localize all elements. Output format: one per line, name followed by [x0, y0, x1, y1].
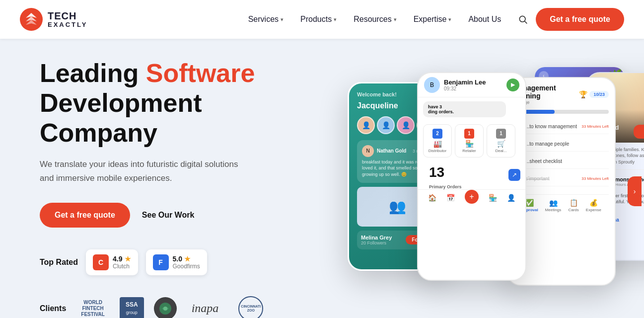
order-card: 2 🏭 Distributor: [423, 124, 452, 158]
navbar: TECH EXACTLY Services ▾ Products ▾ Resou…: [0, 0, 644, 39]
clutch-badge: C 4.9 ★ Clutch: [86, 249, 138, 275]
scroll-indicator[interactable]: ›: [628, 176, 642, 206]
top-rated-section: Top Rated C 4.9 ★ Clutch F: [40, 249, 308, 275]
task-item: ...to know management 33 Minutes Left: [513, 120, 609, 134]
task-item: ...to manage people: [513, 137, 609, 152]
arrow-right-icon[interactable]: ↗: [508, 169, 520, 181]
star-icon: ★: [184, 255, 191, 263]
star-icon: ★: [125, 255, 131, 263]
client-inapa: inapa: [187, 298, 224, 318]
client-zoo: CINCINNATIZOO: [233, 293, 268, 318]
upgrade-button[interactable]: Upgrade at $09.99: [634, 125, 644, 139]
add-button[interactable]: +: [465, 190, 479, 204]
goodfirms-name: Goodfirms: [173, 263, 200, 270]
chevron-down-icon: ▾: [448, 16, 451, 23]
logo-line2: EXACTLY: [48, 21, 87, 28]
clients-section: Clients WORLDFINTECHFESTIVAL SSAgroup in…: [40, 293, 308, 318]
logo-svg: [20, 8, 43, 31]
logo-text: TECH EXACTLY: [48, 10, 87, 28]
phone-orders: B Benjamin Lee 09:32 ▶ have 3ding orders…: [417, 72, 526, 281]
hero-cta-button[interactable]: Get a free quote: [40, 203, 130, 228]
clutch-score: 4.9: [113, 255, 122, 263]
see-work-button[interactable]: See Our Work: [142, 211, 195, 220]
logo-line1: TECH: [48, 10, 87, 21]
clutch-name: Clutch: [113, 263, 131, 270]
svg-point-4: [163, 307, 167, 311]
nav-links: Services ▾ Products ▾ Resources ▾ Expert…: [241, 11, 508, 28]
svg-line-2: [525, 21, 527, 24]
task-item: ...sheet checklist: [513, 155, 609, 169]
goodfirms-badge: F 5.0 ★ Goodfirms: [146, 249, 207, 275]
svg-point-1: [520, 16, 526, 22]
play-icon: ▶: [506, 79, 519, 91]
hero-section: Leading Software Development Company We …: [0, 39, 644, 318]
nav-resources[interactable]: Resources ▾: [347, 11, 403, 28]
chevron-right-icon: ›: [634, 187, 636, 195]
client-ssa: SSAgroup: [120, 297, 144, 318]
task-item: ✓ s'important 33 Minutes Left: [513, 172, 609, 186]
top-rated-label: Top Rated: [40, 258, 78, 267]
nav-services[interactable]: Services ▾: [241, 11, 290, 28]
order-card: 1 🛒 Deal...: [487, 124, 515, 158]
search-icon[interactable]: [518, 14, 528, 24]
clients-label: Clients: [40, 304, 66, 313]
nav-cta-button[interactable]: Get a free quote: [536, 8, 624, 31]
hero-subtitle: We translate your ideas into futuristic …: [40, 158, 238, 184]
goodfirms-icon: F: [153, 254, 169, 270]
hero-content: Leading Software Development Company We …: [40, 59, 308, 318]
hero-phones: Welcome back! Jacqueline 👤 👤 👤 👤 N Natha…: [318, 67, 624, 316]
nav-about[interactable]: About Us: [461, 11, 508, 28]
hero-title: Leading Software Development Company: [40, 59, 308, 148]
client-earthsnap: [154, 297, 177, 318]
order-card: 1 🏪 Retailer: [455, 124, 484, 158]
logo-link[interactable]: TECH EXACTLY: [20, 8, 87, 31]
chevron-down-icon: ▾: [334, 16, 337, 23]
chevron-down-icon: ▾: [281, 16, 284, 23]
nav-products[interactable]: Products ▾: [293, 11, 344, 28]
chevron-down-icon: ▾: [394, 16, 397, 23]
nav-expertise[interactable]: Expertise ▾: [407, 11, 459, 28]
clutch-icon: C: [93, 254, 109, 270]
client-world-fintech: WORLDFINTECHFESTIVAL: [76, 297, 110, 318]
hero-cta-row: Get a free quote See Our Work: [40, 203, 308, 228]
goodfirms-score: 5.0: [173, 255, 182, 263]
